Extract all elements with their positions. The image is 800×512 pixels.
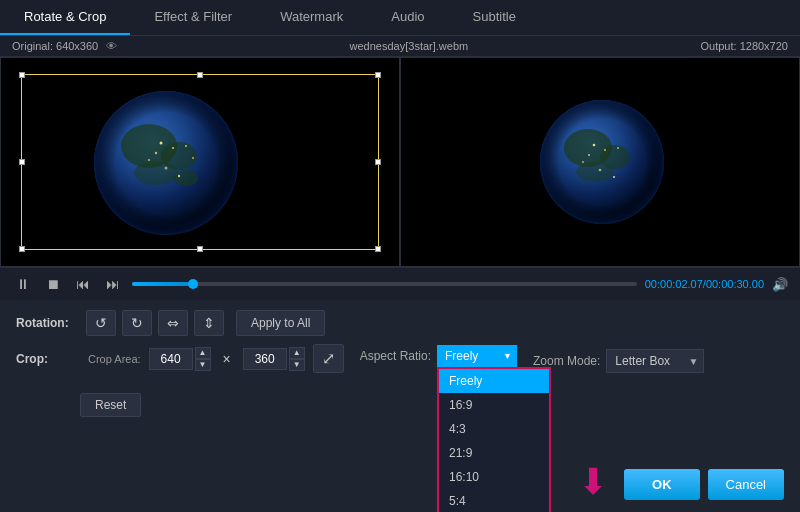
crop-row: Crop: Crop Area: ▲ ▼ × ▲ ▼ [16,344,704,373]
svg-point-16 [94,91,238,235]
aspect-ratio-dropdown-wrapper: Freely ▼ Freely 16:9 4:3 21:9 16:10 5:4 [437,345,517,367]
crop-label: Crop: [16,352,80,366]
aspect-ratio-section: Aspect Ratio: Freely ▼ Freely 16:9 4:3 2… [360,345,705,373]
crop-x-separator: × [223,351,231,367]
tab-watermark[interactable]: Watermark [256,0,367,35]
rotation-row: Rotation: ↺ ↻ ⇔ ⇕ Apply to All [16,310,784,336]
bottom-action-bar: ⬇ OK Cancel [578,464,784,500]
aspect-option-16-10[interactable]: 16:10 [439,465,549,489]
progress-fill [132,282,193,286]
crop-height-input[interactable] [243,348,287,370]
tab-bar: Rotate & Crop Effect & Filter Watermark … [0,0,800,36]
progress-track[interactable] [132,282,637,286]
preview-right [400,57,800,267]
rotate-right-button[interactable]: ↻ [122,310,152,336]
arrow-container: ⬇ [578,464,608,500]
svg-point-31 [540,100,664,224]
crop-width-input[interactable] [149,348,193,370]
height-down-arrow[interactable]: ▼ [289,359,305,371]
rotation-label: Rotation: [16,316,80,330]
time-display: 00:00:02.07/00:00:30.00 [645,278,764,290]
stop-button[interactable]: ⏹ [42,274,64,294]
aspect-option-16-9[interactable]: 16:9 [439,393,549,417]
height-spinner: ▲ ▼ [243,347,305,371]
aspect-ratio-select[interactable]: Freely ▼ [437,345,517,367]
flip-vertical-button[interactable]: ⇕ [194,310,224,336]
preview-area [0,57,800,267]
width-spinner: ▲ ▼ [149,347,211,371]
reset-row: Reset [80,387,704,417]
rotate-left-button[interactable]: ↺ [86,310,116,336]
crop-handle-mr[interactable] [375,159,381,165]
aspect-option-freely[interactable]: Freely [439,369,549,393]
tab-audio[interactable]: Audio [367,0,448,35]
tab-rotate-crop[interactable]: Rotate & Crop [0,0,130,35]
height-up-arrow[interactable]: ▲ [289,347,305,359]
eye-icon[interactable]: 👁 [106,40,117,52]
width-up-arrow[interactable]: ▲ [195,347,211,359]
width-down-arrow[interactable]: ▼ [195,359,211,371]
progress-thumb [188,279,198,289]
reset-button[interactable]: Reset [80,393,141,417]
crop-area-label: Crop Area: [88,353,141,365]
zoom-mode-select-wrapper: Letter Box Pan & Scan Full ▼ [606,349,704,373]
aspect-option-4-3[interactable]: 4:3 [439,417,549,441]
zoom-mode-section: Zoom Mode: Letter Box Pan & Scan Full ▼ [533,349,704,373]
aspect-dropdown-arrow: ▼ [503,351,512,361]
tab-effect-filter[interactable]: Effect & Filter [130,0,256,35]
down-arrow-icon: ⬇ [578,464,608,500]
preview-left [0,57,400,267]
info-bar: Original: 640x360 👁 wednesday[3star].web… [0,36,800,57]
filename: wednesday[3star].webm [350,40,469,52]
bottom-row: Crop: Crop Area: ▲ ▼ × ▲ ▼ [16,344,784,417]
aspect-option-5-4[interactable]: 5:4 [439,489,549,513]
zoom-mode-label: Zoom Mode: [533,354,600,368]
output-resolution: Output: 1280x720 [701,40,788,52]
aspect-dropdown-list: Freely 16:9 4:3 21:9 16:10 5:4 1:1 9:16 [437,367,551,513]
aspect-option-21-9[interactable]: 21:9 [439,441,549,465]
original-resolution: Original: 640x360 [12,40,98,52]
prev-frame-button[interactable]: ⏮ [72,274,94,294]
playback-bar: ⏸ ⏹ ⏮ ⏭ 00:00:02.07/00:00:30.00 🔊 [0,267,800,300]
tab-subtitle[interactable]: Subtitle [449,0,540,35]
crop-handle-tr[interactable] [375,72,381,78]
ok-button[interactable]: OK [624,469,700,500]
zoom-mode-select[interactable]: Letter Box Pan & Scan Full [606,349,704,373]
cancel-button[interactable]: Cancel [708,469,784,500]
aspect-options-list: Freely 16:9 4:3 21:9 16:10 5:4 1:1 9:16 [439,369,549,513]
apply-to-all-button[interactable]: Apply to All [236,310,325,336]
volume-icon[interactable]: 🔊 [772,277,788,292]
crop-resize-button[interactable]: ⤢ [313,344,344,373]
pause-button[interactable]: ⏸ [12,274,34,294]
aspect-ratio-label: Aspect Ratio: [360,349,431,363]
flip-horizontal-button[interactable]: ⇔ [158,310,188,336]
controls-panel: Rotation: ↺ ↻ ⇔ ⇕ Apply to All Crop: Cro… [0,300,800,427]
next-frame-button[interactable]: ⏭ [102,274,124,294]
crop-handle-br[interactable] [375,246,381,252]
